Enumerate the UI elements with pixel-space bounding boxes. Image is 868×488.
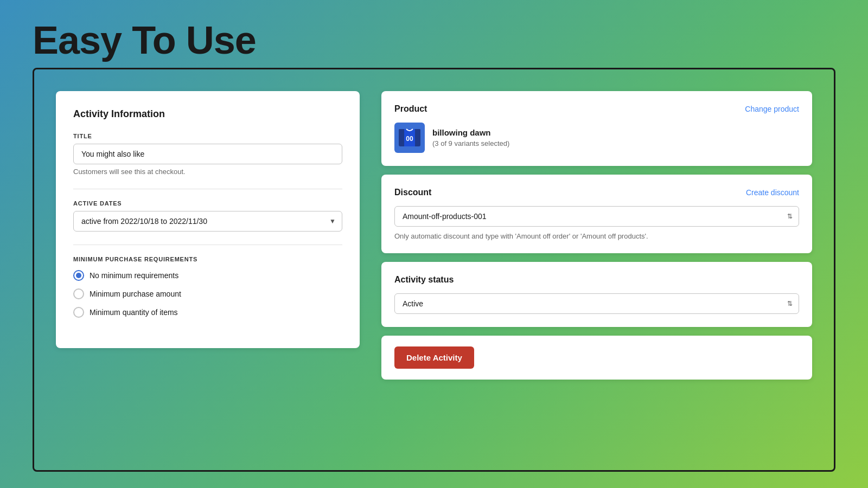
status-card-header: Activity status	[394, 275, 799, 285]
svg-rect-2	[399, 129, 404, 137]
min-purchase-group: MINIMUM PURCHASE REQUIREMENTS No minimum…	[73, 256, 342, 318]
radio-min-qty-label: Minimum quantity of items	[90, 308, 178, 317]
left-panel-title: Activity Information	[73, 108, 342, 120]
divider-1	[73, 189, 342, 189]
change-product-link[interactable]: Change product	[745, 105, 799, 113]
product-card-title: Product	[394, 104, 427, 114]
discount-card: Discount Create discount Amount-off-prod…	[381, 175, 812, 253]
delete-activity-button[interactable]: Delete Activity	[394, 346, 474, 369]
min-purchase-label: MINIMUM PURCHASE REQUIREMENTS	[73, 256, 342, 262]
radio-min-qty[interactable]: Minimum quantity of items	[73, 307, 342, 318]
radio-group: No minimum requirements Minimum purchase…	[73, 270, 342, 318]
active-dates-select-wrapper: active from 2022/10/18 to 2022/11/30 ▼	[73, 211, 342, 232]
status-card-title: Activity status	[394, 275, 454, 285]
product-variants: (3 of 9 variants selected)	[432, 139, 509, 147]
radio-min-qty-circle	[73, 307, 84, 318]
svg-text:00: 00	[406, 135, 413, 143]
radio-min-amount-label: Minimum purchase amount	[90, 290, 181, 298]
radio-no-min[interactable]: No minimum requirements	[73, 270, 342, 281]
product-card-header: Product Change product	[394, 104, 799, 114]
right-panel: Product Change product	[381, 91, 812, 380]
product-image: 00	[394, 123, 425, 153]
product-row: 00 billowing dawn (3 of 9 variants selec…	[394, 123, 799, 153]
status-card: Activity status Active Inactive ⇅	[381, 262, 812, 327]
active-dates-label: ACTIVE DATES	[73, 200, 342, 207]
active-dates-select[interactable]: active from 2022/10/18 to 2022/11/30	[73, 211, 342, 232]
bottom-actions: Delete Activity	[381, 336, 812, 380]
discount-hint: Only automatic discount and type with 'A…	[394, 232, 799, 240]
title-input[interactable]	[73, 144, 342, 164]
product-info: billowing dawn (3 of 9 variants selected…	[432, 128, 509, 147]
title-field-group: TITLE Customers will see this at checkou…	[73, 133, 342, 176]
radio-min-amount[interactable]: Minimum purchase amount	[73, 288, 342, 299]
discount-card-header: Discount Create discount	[394, 188, 799, 197]
discount-card-title: Discount	[394, 188, 431, 197]
product-card: Product Change product	[381, 91, 812, 166]
radio-no-min-label: No minimum requirements	[90, 271, 178, 280]
radio-no-min-circle	[73, 270, 84, 281]
page-title: Easy To Use	[33, 18, 256, 62]
svg-rect-3	[415, 129, 420, 137]
title-hint: Customers will see this at checkout.	[73, 168, 342, 176]
activity-information-panel: Activity Information TITLE Customers wil…	[56, 91, 360, 348]
main-frame: Activity Information TITLE Customers wil…	[33, 68, 835, 472]
radio-no-min-inner	[76, 273, 81, 278]
create-discount-link[interactable]: Create discount	[746, 188, 799, 197]
discount-select-wrapper: Amount-off-products-001 ⇅	[394, 206, 799, 227]
active-dates-field-group: ACTIVE DATES active from 2022/10/18 to 2…	[73, 200, 342, 232]
status-select-wrapper: Active Inactive ⇅	[394, 293, 799, 314]
divider-2	[73, 245, 342, 245]
radio-min-amount-circle	[73, 288, 84, 299]
product-name: billowing dawn	[432, 128, 509, 137]
discount-select[interactable]: Amount-off-products-001	[394, 206, 799, 227]
title-label: TITLE	[73, 133, 342, 139]
status-select[interactable]: Active Inactive	[394, 293, 799, 314]
